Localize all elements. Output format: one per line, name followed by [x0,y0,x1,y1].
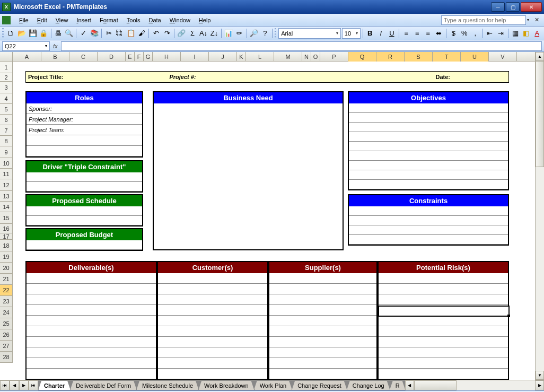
font-combo[interactable]: Arial▾ [278,28,341,39]
new-icon[interactable]: 🗋 [6,28,16,39]
row-header-17[interactable]: 17 [0,233,13,240]
underline-icon[interactable]: U [387,28,397,39]
budget-box[interactable]: Proposed Budget [25,228,143,251]
row-header-28[interactable]: 28 [0,352,13,363]
align-right-icon[interactable]: ≡ [423,28,433,39]
row-header-5[interactable]: 5 [0,104,13,115]
tab-nav-prev-icon[interactable]: ◀ [10,380,19,390]
menu-view[interactable]: View [51,15,73,25]
save-icon[interactable]: 💾 [28,28,38,39]
column-header-A[interactable]: A [13,52,41,62]
business-need-box[interactable]: Business Need [153,91,344,250]
column-header-D[interactable]: D [98,52,126,62]
formula-bar[interactable] [61,41,542,51]
italic-icon[interactable]: I [376,28,386,39]
vertical-scrollbar[interactable]: ▲ ▼ [535,52,544,380]
font-size-combo[interactable]: 10▾ [342,28,361,39]
column-header-Q[interactable]: Q [348,52,376,62]
cells-area[interactable]: Project Title: Project #: Date: Roles Sp… [13,62,535,363]
print-preview-icon[interactable]: 🔍 [64,28,74,39]
menu-help[interactable]: Help [195,15,215,25]
column-header-M[interactable]: M [274,52,302,62]
schedule-box[interactable]: Proposed Schedule [25,194,143,227]
fill-color-icon[interactable]: ◧ [521,28,531,39]
column-header-B[interactable]: B [41,52,69,62]
column-header-C[interactable]: C [69,52,98,62]
column-header-J[interactable]: J [209,52,237,62]
help-icon[interactable]: ? [260,28,270,39]
autosum-icon[interactable]: Σ [188,28,198,39]
minimize-button[interactable]: ─ [491,2,505,12]
bold-icon[interactable]: B [365,28,375,39]
paste-icon[interactable]: 📋 [126,28,136,39]
budget-blank[interactable] [27,240,142,250]
schedule-blank-2[interactable] [27,216,142,225]
column-header-T[interactable]: T [433,52,461,62]
spelling-icon[interactable]: ✓ [78,28,89,39]
vscroll-thumb[interactable] [536,61,544,167]
redo-icon[interactable]: ↷ [162,28,172,39]
driver-box[interactable]: Driver "Triple Constraint" [25,160,143,193]
chart-icon[interactable]: 📊 [224,28,234,39]
row-header-2[interactable]: 2 [0,73,13,82]
comma-icon[interactable]: , [470,28,480,39]
row-header-15[interactable]: 15 [0,212,13,224]
row-header-1[interactable]: 1 [0,62,13,73]
fx-icon[interactable]: fx [50,43,61,49]
row-header-25[interactable]: 25 [0,318,13,329]
row-header-20[interactable]: 20 [0,263,13,274]
column-header-V[interactable]: V [489,52,517,62]
cut-icon[interactable]: ✂ [104,28,114,39]
sheet-tab-r[interactable]: R [390,381,406,390]
decrease-indent-icon[interactable]: ⇤ [485,28,495,39]
open-icon[interactable]: 📂 [17,28,27,39]
merge-center-icon[interactable]: ⬌ [434,28,444,39]
sheet-tab-milestone-schedule[interactable]: Milestone Schedule [136,381,199,390]
row-header-11[interactable]: 11 [0,169,13,179]
sponsor-row[interactable]: Sponsor: [27,103,142,114]
roles-blank-2[interactable] [27,146,142,156]
deliverables-box[interactable]: Deliverable(s) [25,261,157,380]
permission-icon[interactable]: 🔒 [39,28,49,39]
suppliers-box[interactable]: Supplier(s) [268,261,378,380]
column-header-F[interactable]: F [135,52,144,62]
row-header-23[interactable]: 23 [0,296,13,307]
column-header-R[interactable]: R [376,52,405,62]
increase-indent-icon[interactable]: ⇥ [496,28,506,39]
row-header-16[interactable]: 16 [0,224,13,233]
toolbar-grip[interactable] [2,28,4,39]
align-left-icon[interactable]: ≡ [401,28,411,39]
toolbar-grip-2[interactable] [275,28,276,39]
row-header-21[interactable]: 21 [0,274,13,285]
help-dropdown-icon[interactable]: ▾ [526,18,532,22]
sheet-tab-work-breakdown[interactable]: Work Breakdown [198,381,255,390]
align-center-icon[interactable]: ≡ [413,28,423,39]
help-search-input[interactable] [441,15,526,25]
sheet-tab-work-plan[interactable]: Work Plan [254,381,293,390]
menu-insert[interactable]: Insert [72,15,95,25]
column-header-H[interactable]: H [153,52,181,62]
column-header-K[interactable]: K [237,52,246,62]
row-header-9[interactable]: 9 [0,146,13,158]
column-header-U[interactable]: U [461,52,489,62]
menu-data[interactable]: Data [144,15,165,25]
row-header-4[interactable]: 4 [0,93,13,104]
column-header-O[interactable]: O [311,52,320,62]
menu-format[interactable]: Format [95,15,122,25]
row-header-10[interactable]: 10 [0,158,13,169]
app-icon[interactable] [2,16,11,24]
row-header-26[interactable]: 26 [0,329,13,341]
row-header-13[interactable]: 13 [0,191,13,202]
scroll-left-icon[interactable]: ◀ [405,380,414,390]
sort-desc-icon[interactable]: Z↓ [209,28,220,39]
borders-icon[interactable]: ▦ [510,28,520,39]
row-header-12[interactable]: 12 [0,179,13,191]
schedule-blank-1[interactable] [27,206,142,216]
column-header-P[interactable]: P [320,52,348,62]
sheet-tab-change-log[interactable]: Change Log [347,381,390,390]
mdi-close-button[interactable]: ✕ [534,16,542,24]
select-all-corner[interactable] [0,52,13,62]
column-header-G[interactable]: G [144,52,153,62]
row-header-22[interactable]: 22 [0,285,13,296]
row-header-19[interactable]: 19 [0,251,13,263]
